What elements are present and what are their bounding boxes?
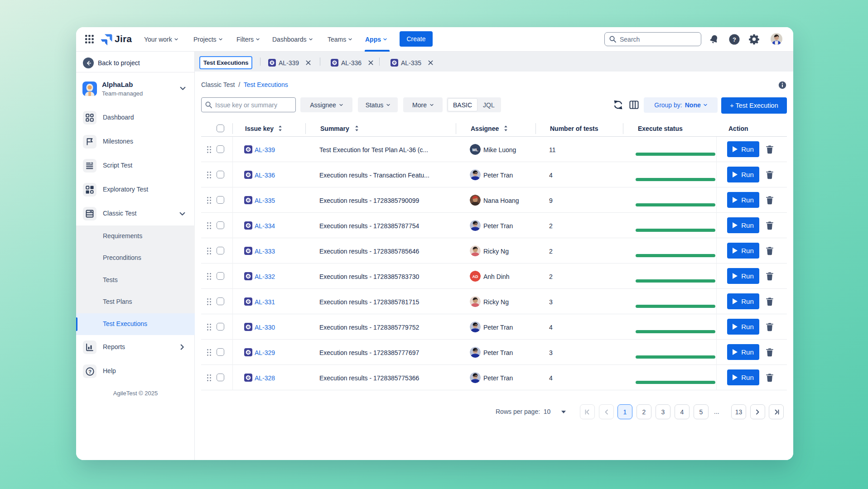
svg-text:ML: ML [473,148,478,152]
svg-text:?: ? [733,36,736,43]
svg-text:?: ? [88,369,92,374]
svg-text:AD: AD [473,274,478,279]
